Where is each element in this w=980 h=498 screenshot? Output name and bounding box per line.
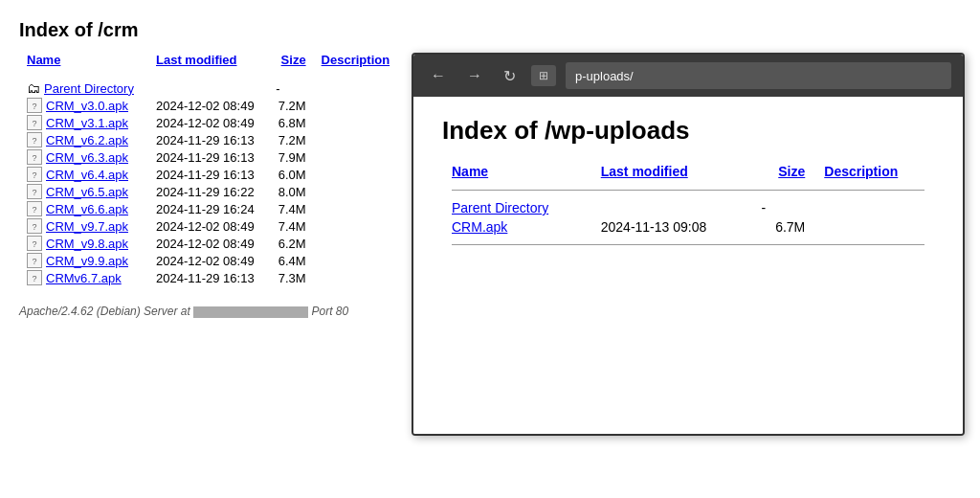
left-file-row: ? CRM_v6.3.apk 2024-11-29 16:13 7.9M xyxy=(19,148,402,166)
left-file-size: 6.2M xyxy=(268,235,313,252)
left-file-link[interactable]: CRM_v3.1.apk xyxy=(46,116,128,130)
back-icon: ← xyxy=(431,67,446,84)
left-file-date: 2024-11-29 16:13 xyxy=(148,148,268,166)
browser-file-date: 2024-11-13 09:08 xyxy=(591,217,752,237)
left-file-date: 2024-11-29 16:24 xyxy=(148,200,268,217)
left-file-row: ? CRM_v9.8.apk 2024-12-02 08:49 6.2M xyxy=(19,235,402,252)
left-file-link[interactable]: CRM_v6.3.apk xyxy=(46,150,128,165)
left-file-size: 7.4M xyxy=(268,200,313,217)
file-icon: ? xyxy=(27,218,42,234)
left-file-row: ? CRM_v3.0.apk 2024-12-02 08:49 7.2M xyxy=(19,97,402,114)
left-file-row: ? CRM_v6.4.apk 2024-11-29 16:13 6.0M xyxy=(19,166,402,183)
left-file-row: ? CRM_v9.7.apk 2024-12-02 08:49 7.4M xyxy=(19,217,402,235)
back-button[interactable]: ← xyxy=(425,65,452,86)
browser-toolbar: ← → ↻ ⊞ xyxy=(413,55,963,97)
left-file-row: ? CRM_v9.9.apk 2024-12-02 08:49 6.4M xyxy=(19,252,402,269)
file-icon: ? xyxy=(27,132,42,147)
left-file-row: ? CRM_v6.5.apk 2024-11-29 16:22 8.0M xyxy=(19,183,402,200)
left-panel-title: Index of /crm xyxy=(19,19,402,41)
file-icon: ? xyxy=(27,149,42,165)
left-file-date: 2024-11-29 16:13 xyxy=(148,166,268,183)
file-icon: ? xyxy=(27,98,42,113)
left-file-date: 2024-12-02 08:49 xyxy=(148,97,268,114)
left-file-table: Name Last modified Size Description 🗂 Pa… xyxy=(19,51,402,297)
browser-col-size[interactable]: Size xyxy=(752,161,815,182)
forward-icon: → xyxy=(467,67,482,84)
left-file-date: 2024-12-02 08:49 xyxy=(148,235,268,252)
file-icon: ? xyxy=(27,270,42,285)
left-file-row: ? CRM_v6.6.apk 2024-11-29 16:24 7.4M xyxy=(19,200,402,217)
left-file-size: 7.9M xyxy=(268,148,313,166)
file-icon: ? xyxy=(27,184,42,199)
file-icon: ? xyxy=(27,167,42,182)
file-icon: ? xyxy=(27,201,42,216)
left-file-link[interactable]: CRM_v6.2.apk xyxy=(46,133,128,147)
left-file-link[interactable]: CRM_v6.5.apk xyxy=(46,185,128,199)
left-col-desc[interactable]: Description xyxy=(314,51,402,69)
left-file-link[interactable]: CRM_v3.0.apk xyxy=(46,99,128,113)
reload-icon: ↻ xyxy=(503,68,516,84)
browser-parent-row: Parent Directory - xyxy=(442,198,934,217)
browser-col-name[interactable]: Name xyxy=(442,161,591,182)
browser-file-row: CRM.apk 2024-11-13 09:08 6.7M xyxy=(442,217,934,237)
browser-parent-link[interactable]: Parent Directory xyxy=(452,200,548,215)
file-icon: ? xyxy=(27,236,42,251)
browser-file-size: 6.7M xyxy=(752,217,815,237)
browser-window: ← → ↻ ⊞ Index of /wp-uploads Name Last m… xyxy=(412,53,965,436)
left-file-link[interactable]: CRM_v9.7.apk xyxy=(46,219,128,234)
reload-button[interactable]: ↻ xyxy=(498,65,522,87)
left-file-size: 7.2M xyxy=(268,97,313,114)
left-file-size: 7.3M xyxy=(268,269,313,286)
browser-col-modified[interactable]: Last modified xyxy=(591,161,752,182)
left-col-size[interactable]: Size xyxy=(268,51,313,69)
browser-title: Index of /wp-uploads xyxy=(442,116,934,146)
left-file-size: 6.0M xyxy=(268,166,313,183)
left-panel: Index of /crm Name Last modified Size De… xyxy=(19,19,402,318)
left-file-date: 2024-11-29 16:13 xyxy=(148,131,268,148)
left-col-name[interactable]: Name xyxy=(19,51,148,69)
left-file-date: 2024-11-29 16:13 xyxy=(148,269,268,286)
left-file-date: 2024-12-02 08:49 xyxy=(148,252,268,269)
left-file-date: 2024-11-29 16:22 xyxy=(148,183,268,200)
left-file-size: 6.8M xyxy=(268,114,313,131)
redacted-hostname xyxy=(193,306,308,318)
left-file-size: 7.4M xyxy=(268,217,313,235)
left-file-row: ? CRM_v6.2.apk 2024-11-29 16:13 7.2M xyxy=(19,131,402,148)
menu-button[interactable]: ⊞ xyxy=(531,65,556,86)
file-icon: ? xyxy=(27,253,42,268)
browser-col-desc[interactable]: Description xyxy=(814,161,934,182)
left-file-link[interactable]: CRM_v6.6.apk xyxy=(46,202,128,216)
left-file-date: 2024-12-02 08:49 xyxy=(148,114,268,131)
left-file-size: 7.2M xyxy=(268,131,313,148)
left-file-date: 2024-12-02 08:49 xyxy=(148,217,268,235)
left-file-link[interactable]: CRM_v9.9.apk xyxy=(46,254,128,268)
left-file-row: ? CRM_v3.1.apk 2024-12-02 08:49 6.8M xyxy=(19,114,402,131)
browser-file-link[interactable]: CRM.apk xyxy=(452,219,507,235)
menu-icon: ⊞ xyxy=(539,69,548,82)
left-col-modified[interactable]: Last modified xyxy=(148,51,268,69)
browser-content: Index of /wp-uploads Name Last modified … xyxy=(413,97,963,434)
left-parent-link[interactable]: Parent Directory xyxy=(44,81,134,96)
forward-button[interactable]: → xyxy=(461,65,488,86)
left-file-link[interactable]: CRM_v9.8.apk xyxy=(46,237,128,251)
left-file-size: 8.0M xyxy=(268,183,313,200)
left-parent-row: 🗂 Parent Directory - xyxy=(19,79,402,97)
left-file-row: ? CRMv6.7.apk 2024-11-29 16:13 7.3M xyxy=(19,269,402,286)
browser-file-table: Name Last modified Size Description Pare… xyxy=(442,161,934,253)
file-icon: ? xyxy=(27,115,42,130)
parent-folder-icon: 🗂 xyxy=(27,80,40,96)
left-file-size: 6.4M xyxy=(268,252,313,269)
address-bar[interactable] xyxy=(566,62,951,89)
left-file-link[interactable]: CRMv6.7.apk xyxy=(46,271,122,285)
left-file-link[interactable]: CRM_v6.4.apk xyxy=(46,168,128,182)
footer-text: Apache/2.4.62 (Debian) Server at Port 80 xyxy=(19,305,402,318)
